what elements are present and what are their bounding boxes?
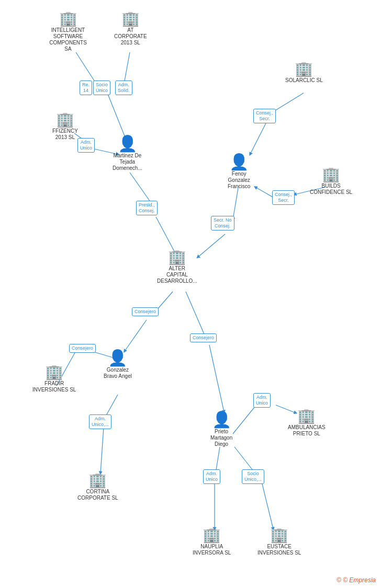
- node-builds-confidence[interactable]: 🏢 BUILDSCONFIDENCE SL: [310, 167, 352, 195]
- node-intelligent-software[interactable]: 🏢 INTELLIGENTSOFTWARECOMPONENTS SA: [47, 11, 89, 52]
- watermark: © © Empresia: [337, 577, 376, 584]
- node-fenoy[interactable]: 👤 FenoyGonzalezFrancisco: [228, 154, 250, 190]
- node-label: FenoyGonzalezFrancisco: [228, 171, 250, 190]
- node-label: FFIZENCY2013 SL: [52, 128, 78, 141]
- svg-line-10: [233, 188, 238, 220]
- svg-line-12: [198, 234, 225, 257]
- building-icon: 🏢: [45, 365, 63, 379]
- badge-consej-secr-solarclic[interactable]: Consej.,Secr.: [253, 109, 276, 123]
- person-icon: 👤: [118, 136, 137, 152]
- building-icon-orange: 🏢: [168, 250, 186, 264]
- badge-adm-unico-gonzalez[interactable]: Adm.Unico,...: [89, 414, 111, 429]
- svg-line-5: [272, 93, 304, 112]
- svg-line-1: [124, 52, 130, 84]
- svg-line-2: [108, 94, 126, 139]
- watermark-symbol: ©: [337, 577, 341, 584]
- badge-consejero-right[interactable]: Consejero: [190, 333, 217, 342]
- node-label: GonzalezBravo Angel: [104, 367, 132, 379]
- person-icon: 👤: [212, 412, 231, 428]
- node-solarclic[interactable]: 🏢 SOLARCLIC SL: [285, 62, 323, 84]
- badge-adm-unico-nauplia[interactable]: Adm.Unico: [203, 469, 220, 484]
- node-label: NAUPLIAINVERSORA SL: [193, 544, 231, 556]
- badge-consej-secr-builds[interactable]: Consej.,Secr.: [272, 190, 295, 205]
- building-icon: 🏢: [56, 112, 74, 127]
- node-nauplia[interactable]: 🏢 NAUPLIAINVERSORA SL: [193, 528, 231, 556]
- svg-line-0: [76, 52, 97, 85]
- node-label: ATCORPORATE2013 SL: [114, 27, 147, 46]
- badge-secr-no-consej[interactable]: Secr. NoConsej.: [211, 216, 234, 230]
- node-label: EUSTACEINVERSIONES SL: [257, 544, 301, 556]
- connection-lines: [0, 0, 381, 588]
- building-icon: 🏢: [121, 11, 140, 26]
- badge-consejero-fradir[interactable]: Consejero: [69, 344, 96, 353]
- node-martinez[interactable]: 👤 Martinez DeTejadaDomenech...: [113, 136, 142, 171]
- node-ambulancias[interactable]: 🏢 AMBULANCIASPRIETO SL: [288, 409, 326, 437]
- node-label: ALTERCAPITALDESARROLLO...: [157, 266, 197, 284]
- badge-re14[interactable]: Re.14: [80, 80, 92, 95]
- badge-presid-consej[interactable]: Presid.,Consej.: [136, 201, 158, 215]
- svg-line-15: [125, 320, 147, 351]
- watermark-text: © Empresia: [343, 577, 376, 584]
- badge-adm-unico-ffizency[interactable]: Adm.Unico: [77, 138, 95, 153]
- badge-consejero-left[interactable]: Consejero: [132, 307, 159, 316]
- node-prieto[interactable]: 👤 PrietoMartagonDiego: [210, 412, 232, 447]
- badge-adm-solid[interactable]: Adm.Solid.: [115, 80, 132, 95]
- node-label: Martinez DeTejadaDomenech...: [113, 153, 142, 171]
- badge-socio-unico-1[interactable]: SocioÚnico: [93, 80, 110, 95]
- node-label: PrietoMartagonDiego: [210, 429, 232, 447]
- svg-line-20: [100, 428, 104, 473]
- person-icon: 👤: [229, 154, 249, 170]
- person-icon: 👤: [108, 350, 127, 366]
- node-eustace[interactable]: 🏢 EUSTACEINVERSIONES SL: [257, 528, 301, 556]
- node-cortina[interactable]: 🏢 CORTINACORPORATE SL: [77, 473, 118, 501]
- building-icon: 🏢: [322, 167, 340, 182]
- node-fradir[interactable]: 🏢 FRADIRINVERSIONES SL: [32, 365, 76, 393]
- node-label: AMBULANCIASPRIETO SL: [288, 424, 326, 437]
- svg-line-18: [209, 345, 224, 412]
- node-label: BUILDSCONFIDENCE SL: [310, 183, 352, 195]
- badge-socio-unico-eustace[interactable]: SocioÚnico,...: [242, 469, 264, 484]
- building-icon: 🏢: [295, 62, 313, 76]
- badge-adm-unico-ambulancias[interactable]: Adm.Unico: [253, 393, 271, 408]
- building-icon: 🏢: [270, 528, 288, 543]
- node-label: SOLARCLIC SL: [285, 77, 323, 84]
- node-label: FRADIRINVERSIONES SL: [32, 381, 76, 393]
- node-at-corporate[interactable]: 🏢 ATCORPORATE2013 SL: [114, 11, 147, 46]
- building-icon: 🏢: [88, 473, 107, 488]
- svg-line-14: [186, 292, 206, 338]
- building-icon: 🏢: [59, 11, 77, 26]
- node-ffizency[interactable]: 🏢 FFIZENCY2013 SL: [52, 112, 78, 141]
- building-icon: 🏢: [203, 528, 221, 543]
- building-icon: 🏢: [297, 409, 316, 423]
- svg-line-26: [262, 482, 273, 529]
- node-alter-capital[interactable]: 🏢 ALTERCAPITALDESARROLLO...: [157, 250, 197, 284]
- svg-line-6: [250, 121, 267, 154]
- diagram-canvas: 🏢 INTELLIGENTSOFTWARECOMPONENTS SA 🏢 ATC…: [0, 0, 381, 588]
- node-label: CORTINACORPORATE SL: [77, 489, 118, 501]
- svg-line-9: [130, 172, 152, 204]
- node-label: INTELLIGENTSOFTWARECOMPONENTS SA: [47, 27, 89, 52]
- node-gonzalez-bravo[interactable]: 👤 GonzalezBravo Angel: [104, 350, 132, 379]
